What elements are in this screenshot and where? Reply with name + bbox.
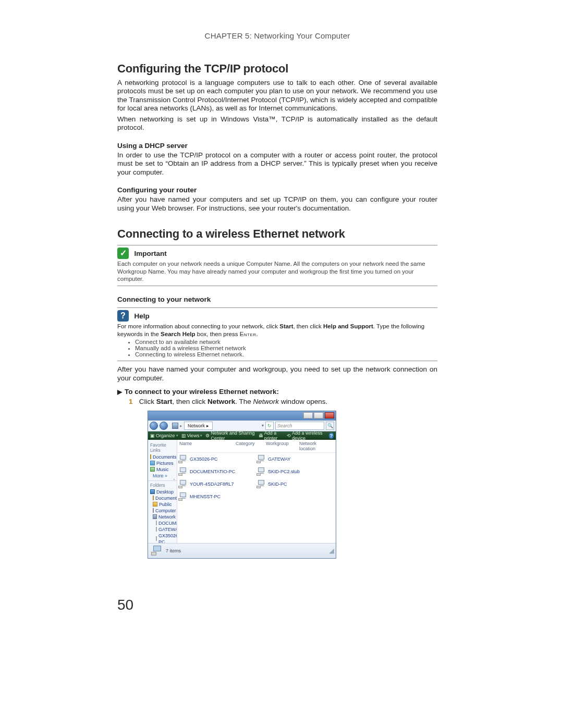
col-workgroup[interactable]: Workgroup	[264, 440, 297, 452]
help-text-b: , then click	[293, 323, 323, 329]
toolbar-add-wireless[interactable]: ⟲Add a wireless device	[287, 430, 326, 441]
toolbar-organize[interactable]: ▣Organize▾	[150, 433, 178, 438]
item-documentatio[interactable]: DOCUMENTATIO-PC	[178, 467, 256, 476]
window-titlebar[interactable]	[148, 411, 336, 421]
sidebar-node-3[interactable]: GX35026-PC	[156, 533, 176, 543]
help-kw-1: Connect to an available network	[135, 339, 437, 345]
sidebar-music[interactable]: Music	[150, 466, 176, 473]
step-1-network-italic: Network	[253, 398, 279, 405]
toolbar-add-printer[interactable]: 🖶Add a printer	[259, 430, 284, 441]
check-icon	[117, 248, 129, 259]
callout-important-text: Each computer on your network needs a un…	[117, 261, 425, 282]
content-pane: Name Category Workgroup Network location…	[177, 440, 336, 543]
breadcrumb[interactable]: Network ▸	[184, 422, 213, 430]
subhead-router: Configuring your router	[117, 186, 437, 194]
help-enter: Enter	[240, 331, 256, 337]
toolbar-views[interactable]: ▥Views▾	[181, 433, 203, 438]
procedure-heading-text: To connect to your wireless Ethernet net…	[125, 388, 279, 396]
item-mhensst[interactable]: MHENSST-PC	[178, 492, 256, 501]
callout-help-title: Help	[134, 312, 149, 320]
chapter-header: CHAPTER 5: Networking Your Computer	[117, 31, 437, 40]
help-kw-2: Manually add a wireless Ethernet network	[135, 345, 437, 351]
item-your-4sda[interactable]: YOUR-4SDA2F8RL7	[178, 480, 256, 488]
favorite-links-header: Favorite Links	[150, 442, 176, 453]
computer-icon	[178, 455, 188, 463]
para-after-help: After you have named your computer and w…	[117, 365, 437, 382]
help-sh: Search Help	[161, 331, 195, 337]
item-gateway[interactable]: GATEWAY	[256, 455, 335, 463]
help-start: Start	[279, 323, 293, 329]
help-hs: Help and Support	[323, 323, 373, 329]
step-1-network: Network	[207, 398, 235, 405]
step-1-c: , then click	[173, 398, 208, 405]
status-bar: 7 items ◢	[148, 543, 336, 558]
network-icon	[172, 423, 178, 429]
col-category[interactable]: Category	[234, 440, 264, 452]
help-text-a: For more information about connecting to…	[117, 323, 279, 329]
search-input[interactable]: Search	[275, 422, 324, 430]
sidebar-desktop[interactable]: Desktop	[150, 489, 176, 495]
resize-grip-icon[interactable]: ◢	[329, 547, 333, 554]
computer-icon	[178, 467, 188, 476]
procedure-heading: ▶To connect to your wireless Ethernet ne…	[117, 388, 437, 396]
help-keyword-list: Connect to an available network Manually…	[135, 339, 437, 357]
sidebar-more[interactable]: More »	[153, 473, 176, 479]
computer-icon	[256, 455, 266, 463]
item-gx35026[interactable]: GX35026-PC	[178, 455, 256, 463]
toolbar-nsc[interactable]: ⚙Network and Sharing Center	[205, 430, 255, 441]
subhead-dhcp: Using a DHCP server	[117, 142, 437, 150]
sidebar-network[interactable]: Network	[153, 514, 176, 520]
sidebar-computer[interactable]: Computer	[153, 508, 176, 514]
minimize-button[interactable]	[303, 412, 313, 418]
maximize-button[interactable]	[314, 412, 323, 418]
para-intro-1: A networking protocol is a language comp…	[117, 79, 437, 113]
sidebar-node-2[interactable]: GATEWAY	[156, 526, 176, 533]
computer-icon	[178, 492, 188, 501]
folders-toggle-icon[interactable]: ˅	[173, 478, 175, 483]
toolbar: ▣Organize▾ ▥Views▾ ⚙Network and Sharing …	[148, 431, 336, 440]
address-bar: ▸ Network ▸ ▾ ↻ Search 🔍	[148, 421, 336, 431]
heading-wireless: Connecting to a wireless Ethernet networ…	[117, 227, 437, 241]
item-grid: GX35026-PC GATEWAY DOCUMENTATIO-PC SKID-…	[177, 453, 336, 507]
para-intro-2: When networking is set up in Windows Vis…	[117, 115, 437, 132]
triangle-icon: ▶	[117, 388, 122, 396]
callout-important-title: Important	[134, 250, 166, 257]
col-location[interactable]: Network location	[297, 440, 336, 452]
step-1: 1 Click Start, then click Network. The N…	[129, 398, 437, 405]
folders-header[interactable]: Folders	[150, 483, 176, 488]
subhead-connecting: Connecting to your network	[117, 295, 437, 303]
back-button[interactable]	[150, 422, 158, 430]
computer-icon	[256, 480, 266, 488]
toolbar-help-button[interactable]: ?	[329, 433, 334, 439]
step-1-a: Click	[139, 398, 156, 405]
callout-help-body: For more information about connecting to…	[117, 323, 437, 338]
sidebar-pictures[interactable]: Pictures	[150, 460, 176, 466]
sidebar-documentation[interactable]: Documentation	[153, 495, 176, 501]
help-kw-3: Connecting to wireless Ethernet network.	[135, 351, 437, 357]
search-icon[interactable]: 🔍	[326, 422, 334, 430]
forward-button[interactable]	[160, 422, 168, 430]
computer-icon	[256, 467, 266, 476]
network-window: ▸ Network ▸ ▾ ↻ Search 🔍 ▣Organize▾ ▥Vie…	[148, 411, 336, 559]
para-router: After you have named your computers and …	[117, 195, 437, 213]
item-skid-stub[interactable]: SKID-PC2.stub	[256, 467, 335, 476]
nav-pane: Favorite Links Documents Pictures Music …	[148, 440, 177, 543]
sidebar-node-1[interactable]: DOCUMENTATIO	[156, 520, 176, 526]
heading-tcpip: Configuring the TCP/IP protocol	[117, 62, 437, 76]
step-1-start: Start	[156, 398, 173, 405]
sidebar-public[interactable]: Public	[153, 501, 176, 508]
step-1-number: 1	[129, 398, 137, 405]
close-button[interactable]	[325, 412, 334, 418]
sidebar-documents[interactable]: Documents	[150, 454, 176, 460]
page-number: 50	[117, 597, 133, 613]
help-icon	[117, 310, 129, 322]
computer-icon	[178, 480, 188, 488]
para-dhcp: In order to use the TCP/IP protocol on a…	[117, 151, 437, 177]
item-skid-pc[interactable]: SKID-PC	[256, 480, 335, 488]
refresh-button[interactable]: ↻	[265, 422, 274, 430]
column-headers[interactable]: Name Category Workgroup Network location	[177, 440, 336, 453]
callout-important: Important Each computer on your network …	[117, 245, 437, 286]
status-text: 7 items	[166, 548, 181, 553]
step-1-e: . The	[235, 398, 253, 405]
col-name[interactable]: Name	[177, 440, 234, 452]
